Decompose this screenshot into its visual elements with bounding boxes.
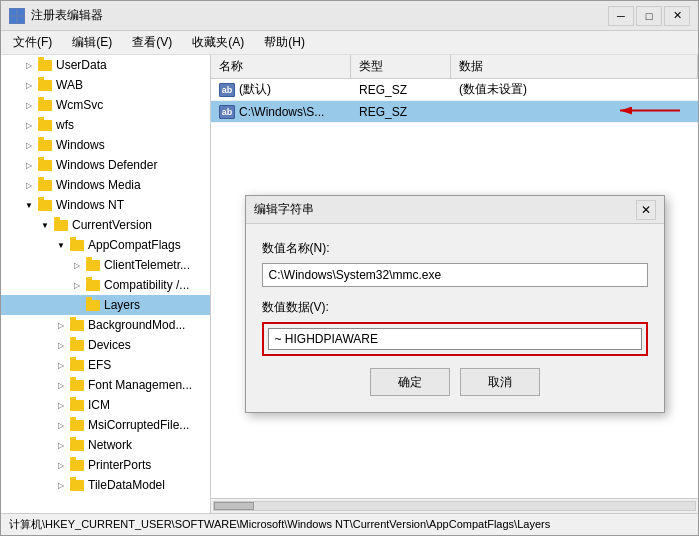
table-row[interactable]: ab (默认) REG_SZ (数值未设置)	[211, 79, 698, 101]
menu-favorites[interactable]: 收藏夹(A)	[184, 32, 252, 53]
tree-label: AppCompatFlags	[88, 238, 181, 252]
expand-icon: ▷	[53, 437, 69, 453]
folder-icon	[69, 357, 85, 373]
dialog-body: 数值名称(N): 数值数据(V): 确定 取消	[246, 224, 664, 412]
tree-item-printerports[interactable]: ▷ PrinterPorts	[1, 455, 210, 475]
edit-string-dialog: 编辑字符串 ✕ 数值名称(N): 数值数据(V): 确定 取消	[245, 195, 665, 413]
tree-item-fontmanagement[interactable]: ▷ Font Managemen...	[1, 375, 210, 395]
expand-icon: ▼	[53, 237, 69, 253]
tree-label: Windows	[56, 138, 105, 152]
folder-icon	[69, 377, 85, 393]
content-area: ▷ UserData ▷ WAB ▷ WcmSvc ▷	[1, 55, 698, 513]
expand-icon: ▼	[37, 217, 53, 233]
folder-icon	[69, 237, 85, 253]
dialog-title-bar: 编辑字符串 ✕	[246, 196, 664, 224]
expand-icon: ▷	[53, 377, 69, 393]
expand-icon: ▷	[53, 337, 69, 353]
ok-button[interactable]: 确定	[370, 368, 450, 396]
tree-label: Windows NT	[56, 198, 124, 212]
expand-icon: ▷	[21, 177, 37, 193]
expand-icon: ▼	[21, 197, 37, 213]
tree-item-backgroundmodel[interactable]: ▷ BackgroundMod...	[1, 315, 210, 335]
expand-icon: ▷	[53, 357, 69, 373]
maximize-button[interactable]: □	[636, 6, 662, 26]
tree-label: PrinterPorts	[88, 458, 151, 472]
tree-item-devices[interactable]: ▷ Devices	[1, 335, 210, 355]
value-section	[262, 322, 648, 356]
folder-icon	[69, 337, 85, 353]
folder-icon	[37, 197, 53, 213]
menu-edit[interactable]: 编辑(E)	[64, 32, 120, 53]
tree-item-currentversion[interactable]: ▼ CurrentVersion	[1, 215, 210, 235]
expand-icon: ▷	[53, 417, 69, 433]
value-input[interactable]	[268, 328, 642, 350]
expand-icon: ▷	[21, 117, 37, 133]
tree-item-compatibility[interactable]: ▷ Compatibility /...	[1, 275, 210, 295]
expand-icon: ▷	[21, 57, 37, 73]
minimize-button[interactable]: ─	[608, 6, 634, 26]
table-row-selected[interactable]: ab C:\Windows\S... REG_SZ	[211, 101, 698, 123]
tree-label: WAB	[56, 78, 83, 92]
folder-icon	[37, 117, 53, 133]
tree-item-windows[interactable]: ▷ Windows	[1, 135, 210, 155]
menu-view[interactable]: 查看(V)	[124, 32, 180, 53]
menu-file[interactable]: 文件(F)	[5, 32, 60, 53]
close-button[interactable]: ✕	[664, 6, 690, 26]
cell-name: ab (默认)	[211, 80, 351, 99]
h-scrollbar[interactable]	[211, 498, 698, 513]
scroll-thumb[interactable]	[214, 502, 254, 510]
folder-icon	[69, 397, 85, 413]
tree-item-tiledatamodel[interactable]: ▷ TileDataModel	[1, 475, 210, 495]
svg-rect-3	[18, 17, 24, 23]
cell-type: REG_SZ	[351, 82, 451, 98]
tree-label: UserData	[56, 58, 107, 72]
col-header-name[interactable]: 名称	[211, 55, 351, 78]
tree-label: ClientTelemetr...	[104, 258, 190, 272]
tree-label: BackgroundMod...	[88, 318, 185, 332]
name-input[interactable]	[262, 263, 648, 287]
scroll-track	[213, 501, 696, 511]
name-label: 数值名称(N):	[262, 240, 648, 257]
tree-item-network[interactable]: ▷ Network	[1, 435, 210, 455]
expand-icon: ▷	[21, 97, 37, 113]
svg-rect-2	[10, 17, 16, 23]
cell-type: REG_SZ	[351, 104, 451, 120]
folder-icon	[85, 257, 101, 273]
title-bar: 注册表编辑器 ─ □ ✕	[1, 1, 698, 31]
tree-item-windowsnt[interactable]: ▼ Windows NT	[1, 195, 210, 215]
expand-icon: ▷	[21, 77, 37, 93]
tree-item-wab[interactable]: ▷ WAB	[1, 75, 210, 95]
cell-data: (数值未设置)	[451, 80, 698, 99]
expand-icon: ▷	[53, 457, 69, 473]
value-label: 数值数据(V):	[262, 299, 648, 316]
tree-item-efs[interactable]: ▷ EFS	[1, 355, 210, 375]
dialog-close-button[interactable]: ✕	[636, 200, 656, 220]
svg-rect-1	[18, 9, 24, 15]
right-panel: 名称 类型 数据 ab (默认) REG_SZ	[211, 55, 698, 513]
folder-icon	[37, 97, 53, 113]
reg-icon: ab	[219, 83, 235, 97]
tree-item-userdata[interactable]: ▷ UserData	[1, 55, 210, 75]
tree-item-clienttelemetry[interactable]: ▷ ClientTelemetr...	[1, 255, 210, 275]
svg-rect-0	[10, 9, 16, 15]
tree-panel: ▷ UserData ▷ WAB ▷ WcmSvc ▷	[1, 55, 211, 513]
menu-help[interactable]: 帮助(H)	[256, 32, 313, 53]
tree-item-defender[interactable]: ▷ Windows Defender	[1, 155, 210, 175]
tree-item-msicorrupted[interactable]: ▷ MsiCorruptedFile...	[1, 415, 210, 435]
folder-icon	[85, 297, 101, 313]
tree-item-icm[interactable]: ▷ ICM	[1, 395, 210, 415]
tree-item-wcmsvc[interactable]: ▷ WcmSvc	[1, 95, 210, 115]
tree-item-layers[interactable]: ▷ Layers	[1, 295, 210, 315]
tree-item-media[interactable]: ▷ Windows Media	[1, 175, 210, 195]
folder-icon	[53, 217, 69, 233]
cancel-button[interactable]: 取消	[460, 368, 540, 396]
col-header-data[interactable]: 数据	[451, 55, 698, 78]
col-header-type[interactable]: 类型	[351, 55, 451, 78]
folder-icon	[69, 457, 85, 473]
tree-label: WcmSvc	[56, 98, 103, 112]
tree-item-wfs[interactable]: ▷ wfs	[1, 115, 210, 135]
tree-label: MsiCorruptedFile...	[88, 418, 189, 432]
folder-icon	[69, 317, 85, 333]
tree-item-appcompatflags[interactable]: ▼ AppCompatFlags	[1, 235, 210, 255]
folder-icon	[69, 437, 85, 453]
